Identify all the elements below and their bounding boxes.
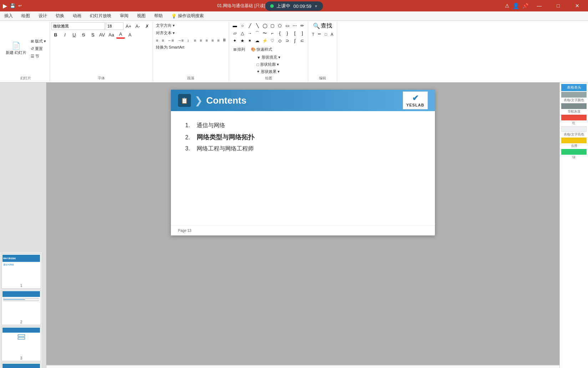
shape-cross-icon[interactable]: ✦ (231, 37, 238, 44)
italic-button[interactable]: I (61, 31, 69, 39)
slide-thumb-3[interactable]: 3 (1, 327, 41, 362)
underline-button[interactable]: U (70, 31, 78, 39)
shape-effects-button[interactable]: ✦ 形状效果 ▾ (255, 68, 282, 75)
new-slide-button[interactable]: 📄 新建 幻灯片 (4, 41, 29, 56)
font-size-up-button[interactable]: A+ (124, 22, 133, 30)
shape-cloud-icon[interactable]: ☁ (254, 37, 261, 44)
color-item-light[interactable]: 表格/文字高色 (561, 126, 587, 137)
slide-canvas[interactable]: 📋 ❯ Contents ✔ YESLAB 1. 通信与网 (46, 83, 559, 365)
reset-button[interactable]: ↺ 重置 (29, 45, 47, 52)
slide-thumb-2[interactable]: 2 (1, 290, 41, 325)
tab-search[interactable]: 💡 操作说明搜索 (167, 11, 208, 20)
tab-transitions[interactable]: 切换 (51, 11, 69, 20)
bold-button[interactable]: B (51, 31, 60, 39)
tab-design[interactable]: 设计 (34, 11, 51, 20)
shape-edit-icon[interactable]: ✏ (299, 22, 306, 29)
numbered-button[interactable]: ≡ (160, 38, 165, 43)
shape-heart-icon[interactable]: ♡ (269, 37, 276, 44)
font-size-input[interactable] (106, 22, 123, 30)
slide-thumb-4[interactable]: ⊞ 4 (1, 363, 41, 368)
color-item-red[interactable]: 红 (561, 115, 587, 125)
shape-brace2-icon[interactable]: } (284, 30, 291, 37)
font-size-down-button[interactable]: A- (133, 22, 142, 30)
font-highlight-button[interactable]: A (126, 31, 134, 39)
shape-pentagon-icon[interactable]: ⬠ (276, 22, 283, 29)
align-center-button[interactable]: ≡ (198, 38, 203, 43)
convert-smartart-button[interactable]: 转换为 SmartArt (154, 44, 186, 51)
pin-icon[interactable]: 📌 (522, 3, 528, 9)
shadow-button[interactable]: S (88, 31, 97, 39)
text-box-button[interactable]: A (329, 31, 335, 37)
shape-oval-icon[interactable]: ◯ (261, 22, 268, 29)
shape-line2-icon[interactable]: ╲ (254, 22, 261, 29)
shape-arrow-icon[interactable]: → (246, 30, 253, 37)
color-item-green[interactable]: 绿 (561, 149, 587, 160)
shape-triangle-icon[interactable]: △ (239, 30, 246, 37)
tab-view[interactable]: 视图 (133, 11, 150, 20)
minimize-button[interactable]: — (531, 0, 547, 11)
color-item-gray2[interactable]: 导航灰度 (561, 103, 587, 114)
user-icon[interactable]: 👤 (512, 3, 519, 9)
shape-more-icon[interactable]: ⋯ (291, 22, 298, 29)
shape-bend-icon[interactable]: ⌐ (269, 30, 276, 37)
slide-thumb-1[interactable]: 网络与通信基础 通信与网络 1 (1, 254, 41, 289)
shape-rounded-icon[interactable]: ▢ (269, 22, 276, 29)
undo-icon[interactable]: ↩ (18, 3, 22, 8)
arrange-button[interactable]: ⊞ 排列 (231, 46, 247, 53)
tab-insert[interactable]: 插入 (0, 11, 17, 20)
align-text-button[interactable]: 对齐文本 ▾ (154, 30, 176, 36)
indent-less-button[interactable]: ←≡ (166, 38, 175, 43)
close-button[interactable]: ✕ (569, 0, 585, 11)
text-direction-button[interactable]: 文字方向 ▾ (154, 22, 176, 29)
shape-line-icon[interactable]: ╱ (246, 22, 253, 29)
bullets-button[interactable]: ≡ (154, 38, 159, 43)
shape-sun-icon[interactable]: ✶ (246, 37, 253, 44)
shape-select-button[interactable]: □ (323, 31, 329, 37)
pen-edit-button[interactable]: ✏ (316, 31, 323, 37)
maximize-button[interactable]: □ (550, 0, 566, 11)
distributed-button[interactable]: ≡ (216, 38, 221, 43)
session-bar[interactable]: 上课中 00:09:59 ▼ (265, 1, 323, 11)
shape-trapezoid-icon[interactable]: ▱ (231, 30, 238, 37)
section-button[interactable]: ☰ 节 (29, 53, 47, 60)
shape-misc-icon[interactable]: ∫ (291, 37, 298, 44)
shape-outline-button[interactable]: □ 形状轮廓 ▾ (255, 61, 282, 68)
shape-misc2-icon[interactable]: ⊂ (299, 37, 306, 44)
color-item-yellow[interactable]: 当用 (561, 138, 587, 148)
shape-callout-icon[interactable]: ▭ (284, 22, 291, 29)
tab-review[interactable]: 审阅 (116, 11, 133, 20)
shape-diamond-icon[interactable]: ◇ (276, 37, 283, 44)
strikethrough-button[interactable]: S (79, 31, 88, 39)
columns-button[interactable]: Ⅲ (222, 37, 227, 43)
shape-brace-icon[interactable]: { (276, 30, 283, 37)
quick-styles-button[interactable]: 🎨 快速样式 (249, 46, 274, 53)
shape-circle-icon[interactable]: ○ (239, 22, 246, 29)
shape-wave-icon[interactable]: 〜 (261, 30, 268, 37)
char-spacing-button[interactable]: AV (98, 31, 106, 39)
justify-button[interactable]: ≡ (210, 38, 215, 43)
line-spacing-button[interactable]: ↕ (186, 38, 191, 43)
shape-star-icon[interactable]: ★ (239, 37, 246, 44)
save-icon[interactable]: 💾 (10, 3, 15, 8)
color-item-gray[interactable]: 表格/文字颜色 (561, 92, 587, 103)
text-edit-button[interactable]: T (310, 31, 316, 37)
font-color-button[interactable]: A (116, 31, 125, 39)
tab-draw[interactable]: 绘图 (17, 11, 34, 20)
shape-fill-button[interactable]: ▼ 形状填充 ▾ (255, 54, 282, 61)
shape-lightning-icon[interactable]: ⚡ (261, 37, 268, 44)
indent-more-button[interactable]: →≡ (176, 38, 185, 43)
shape-bracket-icon[interactable]: [ (291, 30, 298, 37)
tab-animations[interactable]: 动画 (69, 11, 86, 20)
layout-button[interactable]: ⊞ 版式 ▾ (29, 38, 47, 45)
shape-rect-icon[interactable]: ▬ (231, 22, 238, 29)
align-left-button[interactable]: ≡ (192, 38, 197, 43)
shape-cylinder-icon[interactable]: ⊃ (284, 37, 291, 44)
tab-slideshow[interactable]: 幻灯片放映 (86, 11, 116, 20)
clear-formatting-button[interactable]: ✗ (143, 22, 151, 30)
tab-help[interactable]: 帮助 (150, 11, 167, 20)
case-button[interactable]: Aa (107, 31, 116, 39)
shape-bracket2-icon[interactable]: ] (299, 30, 306, 37)
align-right-button[interactable]: ≡ (204, 38, 209, 43)
notes-area[interactable]: 单击此处添加备注 (46, 365, 559, 368)
shape-curved-icon[interactable]: ⌒ (254, 30, 261, 37)
